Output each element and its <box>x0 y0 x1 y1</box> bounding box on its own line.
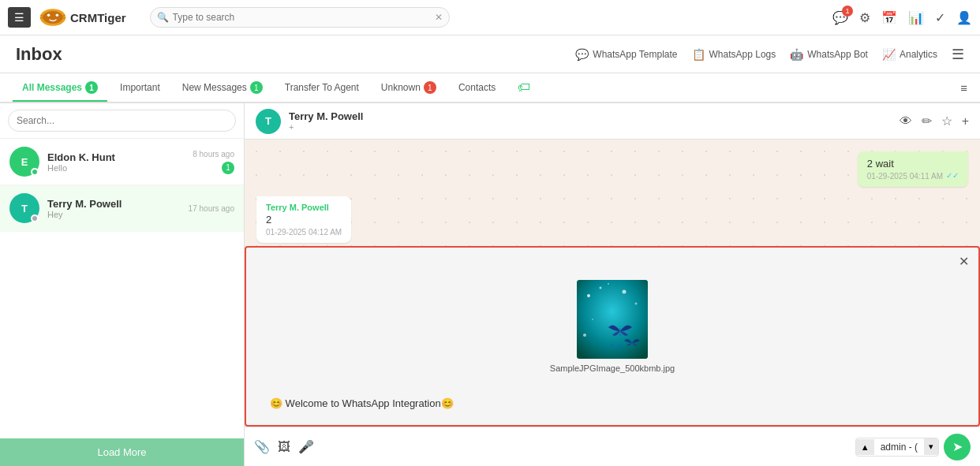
contact-info-terry: Terry M. Powell Hey <box>47 198 181 219</box>
all-messages-badge: 1 <box>85 81 98 94</box>
agent-down-button[interactable]: ▾ <box>924 438 938 455</box>
chat-area: T Terry M. Powell + 👁 ✏ ☆ + 2 wait 01-29… <box>245 103 980 466</box>
unread-badge-eldon: 1 <box>222 162 234 174</box>
agent-select[interactable]: ▲ admin - ( ▾ <box>855 438 939 457</box>
logs-icon: 📋 <box>692 48 705 61</box>
profile-icon[interactable]: 👤 <box>956 10 972 25</box>
preview-image <box>577 280 648 359</box>
avatar-eldon: E <box>9 147 39 177</box>
search-input[interactable] <box>150 7 450 28</box>
tabs-bar: All Messages 1 Important New Messages 1 … <box>0 73 980 103</box>
sidebar-search-area <box>0 103 244 139</box>
chart-icon[interactable]: 📊 <box>908 10 924 25</box>
svg-point-14 <box>583 334 586 337</box>
sidebar-search-input[interactable] <box>8 110 236 132</box>
edit-icon[interactable]: ✏ <box>922 114 932 129</box>
svg-point-13 <box>592 319 593 320</box>
sidebar: E Eldon K. Hunt Hello 8 hours ago 1 T <box>0 103 245 466</box>
svg-point-11 <box>623 290 627 294</box>
contact-meta-terry: 17 hours ago <box>189 204 234 213</box>
add-icon[interactable]: + <box>962 114 969 129</box>
page-header: Inbox 💬 WhatsApp Template 📋 WhatsApp Log… <box>0 35 980 73</box>
contact-preview-eldon: Hello <box>47 163 185 173</box>
calendar-icon[interactable]: 📅 <box>881 10 897 25</box>
main-content: E Eldon K. Hunt Hello 8 hours ago 1 T <box>0 103 980 466</box>
send-icon: ➤ <box>952 439 963 454</box>
image-icon[interactable]: 🖼 <box>278 440 290 454</box>
chat-contact-name: Terry M. Powell <box>289 110 892 122</box>
svg-rect-8 <box>577 280 648 359</box>
msg-time-incoming: 01-29-2025 04:12 AM <box>266 228 342 237</box>
whatsapp-template-button[interactable]: 💬 WhatsApp Template <box>575 48 677 61</box>
nav-right-icons: 💬 1 ⚙ 📅 📊 ✓ 👤 <box>832 10 972 25</box>
attachment-icon[interactable]: 📎 <box>254 439 270 454</box>
preview-content: SampleJPGImage_500kbmb.jpg <box>262 263 963 390</box>
global-search[interactable]: 🔍 ✕ <box>150 7 450 28</box>
chat-status: + <box>289 122 892 132</box>
agent-up-button[interactable]: ▲ <box>856 439 874 455</box>
bot-icon: 🤖 <box>790 48 803 61</box>
unknown-badge: 1 <box>424 81 436 94</box>
page-title: Inbox <box>16 44 575 65</box>
search-clear-icon[interactable]: ✕ <box>435 12 443 23</box>
preview-close-button[interactable]: ✕ <box>959 254 969 269</box>
tab-all-messages[interactable]: All Messages 1 <box>13 75 107 102</box>
notification-icon[interactable]: 💬 1 <box>832 10 848 25</box>
online-dot-terry <box>31 214 39 222</box>
contact-list: E Eldon K. Hunt Hello 8 hours ago 1 T <box>0 139 244 438</box>
template-icon: 💬 <box>575 48 589 61</box>
logo-icon <box>39 6 67 28</box>
notification-badge: 1 <box>842 6 853 17</box>
image-decoration <box>577 280 648 359</box>
contact-name-eldon: Eldon K. Hunt <box>47 151 185 163</box>
chat-messages: 2 wait 01-29-2025 04:11 AM ✓✓ Terry M. P… <box>245 140 980 427</box>
input-icons: 📎 🖼 🎤 <box>254 439 314 454</box>
chat-input-area: 📎 🖼 🎤 ▲ admin - ( ▾ ➤ <box>245 427 980 466</box>
msg-check-2wait: ✓✓ <box>946 171 959 180</box>
view-icon[interactable]: 👁 <box>900 114 912 129</box>
tab-important[interactable]: Important <box>110 76 170 101</box>
svg-point-1 <box>43 11 62 24</box>
msg-sender: Terry M. Powell <box>266 203 342 212</box>
message-incoming-2: Terry M. Powell 2 01-29-2025 04:12 AM <box>256 196 968 243</box>
tab-transfer-agent[interactable]: Transfer To Agent <box>275 76 368 101</box>
checkmark-icon[interactable]: ✓ <box>935 10 945 25</box>
microphone-icon[interactable]: 🎤 <box>298 439 314 454</box>
tab-contacts[interactable]: Contacts <box>449 76 505 101</box>
contact-item-terry[interactable]: T Terry M. Powell Hey 17 hours ago <box>0 185 244 232</box>
tab-new-messages[interactable]: New Messages 1 <box>173 75 272 102</box>
preview-welcome-text: 😊 Welcome to WhatsApp Integration😊 <box>262 397 963 409</box>
header-more-icon[interactable]: ☰ <box>952 46 964 63</box>
new-messages-badge: 1 <box>250 81 263 94</box>
svg-point-15 <box>608 283 609 285</box>
svg-point-3 <box>56 14 59 17</box>
svg-point-9 <box>587 294 590 297</box>
tag-icon: 🏷 <box>518 80 530 95</box>
hamburger-button[interactable]: ☰ <box>8 7 31 28</box>
top-navigation: ☰ CRMTiger 🔍 ✕ 💬 1 ⚙ 📅 📊 ✓ 👤 <box>0 0 980 35</box>
chat-header: T Terry M. Powell + 👁 ✏ ☆ + <box>245 103 980 140</box>
preview-modal: ✕ <box>245 246 980 427</box>
chat-avatar: T <box>256 109 281 134</box>
avatar-terry: T <box>9 193 39 223</box>
search-icon: 🔍 <box>157 12 169 23</box>
message-input[interactable] <box>320 441 849 453</box>
send-button[interactable]: ➤ <box>944 434 971 460</box>
settings-icon[interactable]: ⚙ <box>859 10 870 25</box>
message-bubble-incoming-2: Terry M. Powell 2 01-29-2025 04:12 AM <box>256 196 351 243</box>
whatsapp-bot-button[interactable]: 🤖 WhatsApp Bot <box>790 48 868 61</box>
star-icon[interactable]: ☆ <box>941 114 952 129</box>
contact-item-eldon[interactable]: E Eldon K. Hunt Hello 8 hours ago 1 <box>0 139 244 185</box>
msg-time-2wait: 01-29-2025 04:11 AM <box>867 172 943 181</box>
contact-name-terry: Terry M. Powell <box>47 198 181 210</box>
load-more-button[interactable]: Load More <box>0 438 244 466</box>
analytics-button[interactable]: 📈 Analytics <box>882 48 937 61</box>
analytics-icon: 📈 <box>882 48 896 61</box>
tabs-filter-icon[interactable]: ≡ <box>960 81 967 95</box>
svg-point-10 <box>600 287 602 289</box>
tab-unknown[interactable]: Unknown 1 <box>372 75 446 102</box>
whatsapp-logs-button[interactable]: 📋 WhatsApp Logs <box>692 48 776 61</box>
contact-time-terry: 17 hours ago <box>189 204 234 213</box>
tab-tag[interactable]: 🏷 <box>508 74 540 103</box>
header-actions: 💬 WhatsApp Template 📋 WhatsApp Logs 🤖 Wh… <box>575 46 964 63</box>
